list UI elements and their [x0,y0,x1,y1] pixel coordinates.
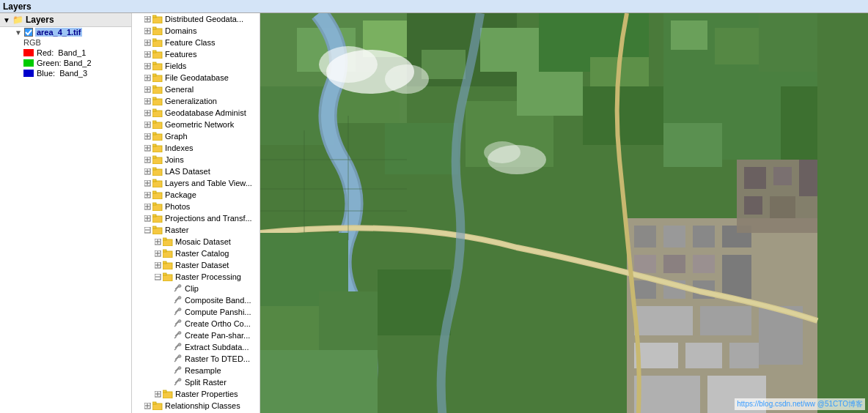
tree-item-las-dataset[interactable]: LAS Dataset [132,165,260,177]
tree-item-raster-dataset[interactable]: Raster Dataset [132,259,260,271]
tree-expand-clip[interactable] [163,283,173,294]
tree-item-distributed-geodata[interactable]: Distributed Geodata... [132,13,260,25]
tree-item-package[interactable]: Package [132,189,260,201]
svg-point-136 [178,284,181,287]
band-row-blue: Blue: Band_3 [0,68,131,78]
folder-icon-mosaic-dataset [163,237,173,246]
tree-label-fields: Fields [165,62,186,70]
layer-checkbox[interactable] [24,28,33,37]
tree-item-generalization[interactable]: Generalization [132,95,260,107]
svg-rect-206 [729,343,759,368]
folder-icon-domains [152,26,163,35]
tree-expand-create-pan-shar[interactable] [163,330,173,341]
tree-expand-file-geodatabase[interactable] [142,72,152,83]
tree-label-generalization: Generalization [165,97,217,105]
folder-icon-joins [152,155,163,164]
tree-item-layers-table-views[interactable]: Layers and Table View... [132,177,260,189]
tree-label-geodatabase-admin: Geodatabase Administ [165,108,246,117]
tree-item-general[interactable]: General [132,83,260,95]
tree-expand-indexes[interactable] [142,143,152,153]
tree-expand-extract-subdata[interactable] [163,342,173,352]
tree-expand-geometric-network[interactable] [142,119,152,130]
tree-expand-create-ortho[interactable] [163,319,173,329]
tree-expand-distributed-geodata[interactable] [142,14,152,24]
tree-expand-layers-table-views[interactable] [142,178,152,188]
layer-expand-icon[interactable]: ▼ [15,29,22,37]
svg-rect-192 [663,226,685,248]
tree-expand-resample[interactable] [163,365,173,376]
tree-item-relationship-classes[interactable]: Relationship Classes [132,400,260,412]
tree-item-domains[interactable]: Domains [132,25,260,37]
svg-rect-129 [163,261,166,264]
tree-expand-geodatabase-admin[interactable] [142,108,152,118]
tree-item-raster-processing[interactable]: Raster Processing [132,271,260,283]
tree-item-raster-to-dted[interactable]: Raster To DTED... [132,353,260,365]
tree-expand-raster-processing[interactable] [152,272,163,282]
tree-expand-photos[interactable] [142,201,152,212]
svg-point-142 [178,354,181,357]
tree-item-joins[interactable]: Joins [132,154,260,165]
tree-expand-raster-catalog[interactable] [152,248,163,258]
tree-expand-feature-class[interactable] [142,37,152,48]
tree-item-raster-properties[interactable]: Raster Properties [132,388,260,400]
tree-label-clip: Clip [185,284,199,293]
tree-item-create-ortho[interactable]: Create Ortho Co... [132,318,260,330]
tree-expand-fields[interactable] [142,61,152,71]
tree-item-fields[interactable]: Fields [132,60,260,72]
tree-expand-general[interactable] [142,84,152,94]
tree-item-feature-class[interactable]: Feature Class [132,37,260,48]
tree-item-raster-catalog[interactable]: Raster Catalog [132,248,260,259]
tree-item-clip[interactable]: Clip [132,283,260,294]
layer-item-area[interactable]: ▼ area_4_1.tif [0,27,131,37]
tree-expand-raster-properties[interactable] [152,389,163,399]
tree-expand-generalization[interactable] [142,96,152,106]
layers-expand-icon[interactable]: ▼ [3,16,10,24]
tree-item-create-pan-shar[interactable]: Create Pan-shar... [132,330,260,341]
svg-rect-188 [517,72,583,116]
layers-title-label: Layers [26,15,54,25]
tree-item-geometric-network[interactable]: Geometric Network [132,119,260,130]
tool-icon-clip [173,284,183,294]
top-bar-title: Layers [3,1,32,12]
tree-expand-raster[interactable] [142,225,152,235]
tree-item-photos[interactable]: Photos [132,201,260,212]
tree-expand-projections[interactable] [142,213,152,223]
tree-expand-composite-band[interactable] [163,295,173,305]
tree-expand-mosaic-dataset[interactable] [152,237,163,247]
tree-expand-relationship-classes[interactable] [142,401,152,411]
tree-expand-raster-to-dted[interactable] [163,354,173,364]
tree-item-compute-panshi[interactable]: Compute Panshi... [132,306,260,318]
tree-item-features[interactable]: Features [132,48,260,60]
tree-expand-graph[interactable] [142,131,152,141]
tree-item-mosaic-dataset[interactable]: Mosaic Dataset [132,236,260,248]
tree-item-split-raster[interactable]: Split Raster [132,376,260,388]
tree-expand-joins[interactable] [142,155,152,165]
tree-item-geodatabase-admin[interactable]: Geodatabase Administ [132,107,260,119]
tree-item-file-geodatabase[interactable]: File Geodatabase [132,72,260,83]
tree-item-extract-subdata[interactable]: Extract Subdata... [132,341,260,353]
tree-expand-raster-dataset[interactable] [152,260,163,270]
tree-label-features: Features [165,50,196,59]
folder-icon-relationship-classes [152,401,163,410]
tree-item-indexes[interactable]: Indexes [132,142,260,154]
tree-expand-package[interactable] [142,190,152,200]
tree-item-graph[interactable]: Graph [132,130,260,142]
tree-item-projections[interactable]: Projections and Transf... [132,212,260,224]
tree-expand-features[interactable] [142,49,152,59]
tool-icon-create-ortho [173,319,183,329]
tree-expand-compute-panshi[interactable] [163,307,173,317]
tree-item-raster[interactable]: Raster [132,224,260,236]
tree-expand-split-raster[interactable] [163,377,173,387]
layers-folder-icon: 📁 [12,15,23,25]
svg-rect-186 [385,123,458,174]
svg-rect-182 [422,50,466,79]
watermark-text: https://blog.csdn.net/ww @51CTO博客 [735,398,865,410]
svg-rect-196 [663,255,685,273]
tree-label-feature-class: Feature Class [165,38,215,47]
svg-rect-212 [319,291,378,350]
folder-icon-graph [152,132,163,141]
tree-item-composite-band[interactable]: Composite Band... [132,294,260,306]
tree-item-resample[interactable]: Resample [132,365,260,376]
tree-expand-las-dataset[interactable] [142,166,152,176]
tree-expand-domains[interactable] [142,26,152,36]
